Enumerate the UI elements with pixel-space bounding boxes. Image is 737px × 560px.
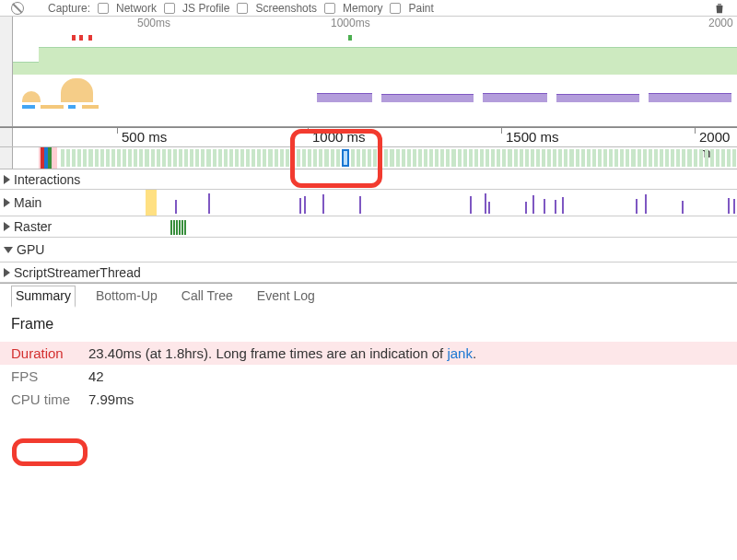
frame-cell[interactable] [458,149,462,167]
flame-chart-ruler[interactable]: 500 ms 1000 ms 1500 ms 2000 m [0,127,737,147]
frame-cell[interactable] [732,149,736,167]
memory-opt[interactable]: Memory [343,2,382,15]
frame-cell[interactable] [694,149,697,167]
frame-cell[interactable] [157,149,160,167]
frame-cell[interactable] [705,149,708,167]
memory-checkbox[interactable] [324,3,335,14]
frame-cell[interactable] [117,149,121,167]
jank-link[interactable]: jank [447,345,473,361]
frame-cell[interactable] [66,149,70,167]
network-opt[interactable]: Network [116,2,157,15]
frame-cell[interactable] [727,149,731,167]
frame-cell[interactable] [268,149,272,167]
frame-cell[interactable] [357,149,360,167]
frame-cell[interactable] [224,149,228,167]
frame-cell[interactable] [592,149,596,167]
frames-track[interactable] [0,147,737,169]
interactions-track[interactable]: Interactions [0,169,737,190]
frame-cell[interactable] [547,149,551,167]
frame-cell[interactable] [291,149,295,167]
gpu-track[interactable]: GPU [0,238,737,262]
frame-cell[interactable] [542,149,545,167]
expand-icon[interactable] [4,175,10,184]
clear-icon[interactable] [11,2,24,15]
paint-opt[interactable]: Paint [408,2,433,15]
frame-cell[interactable] [235,149,239,167]
frame-cell[interactable] [508,149,511,167]
frame-cell[interactable] [302,149,306,167]
frame-cell[interactable] [201,149,205,167]
frame-cell[interactable] [440,149,444,167]
frame-cell[interactable] [351,149,355,167]
frame-cell[interactable] [631,149,635,167]
frame-cell[interactable] [128,149,132,167]
frame-cell[interactable] [162,149,166,167]
frame-cell[interactable] [72,149,76,167]
frame-cell[interactable] [671,149,674,167]
frame-cell[interactable] [474,149,478,167]
frame-cell[interactable] [614,149,618,167]
frame-cell[interactable] [179,149,182,167]
frame-cell[interactable] [525,149,529,167]
frame-cell[interactable] [569,149,573,167]
frame-cell[interactable] [413,149,416,167]
frame-cell[interactable] [168,149,171,167]
frame-cell[interactable] [190,149,193,167]
frame-cell[interactable] [587,149,591,167]
frame-cell[interactable] [603,149,607,167]
frame-cell[interactable] [123,149,126,167]
frame-cell[interactable] [463,149,467,167]
expand-icon[interactable] [4,222,10,231]
frame-cell[interactable] [213,149,216,167]
frame-cell[interactable] [435,149,439,167]
paint-checkbox[interactable] [390,3,401,14]
frame-cell[interactable] [424,149,427,167]
frame-cell[interactable] [716,149,719,167]
jsprofile-checkbox[interactable] [164,3,175,14]
frame-cell[interactable] [676,149,680,167]
frame-cell[interactable] [88,149,92,167]
frame-cell[interactable] [61,149,64,167]
frame-cell[interactable] [536,149,540,167]
frame-cell[interactable] [297,149,300,167]
frame-cell[interactable] [184,149,188,167]
frame-cell[interactable] [286,149,289,167]
frame-cell[interactable] [429,149,433,167]
collapse-icon[interactable] [4,247,13,253]
frame-cell[interactable] [407,149,411,167]
frame-cell[interactable] [257,149,261,167]
frame-cell[interactable] [173,149,177,167]
frame-cell[interactable] [313,149,317,167]
frame-cell[interactable] [485,149,489,167]
frame-cell[interactable] [384,149,388,167]
frame-cell[interactable] [206,149,210,167]
main-track[interactable]: Main [0,190,737,216]
frame-cell[interactable] [396,149,400,167]
tab-call-tree[interactable]: Call Tree [178,285,237,307]
frame-cell[interactable] [446,149,450,167]
frame-cell[interactable] [362,149,366,167]
frame-cell[interactable] [514,149,518,167]
frame-cell[interactable] [553,149,556,167]
frame-cell[interactable] [520,149,523,167]
frame-cell[interactable] [263,149,266,167]
expand-icon[interactable] [4,268,10,277]
frame-cell[interactable] [480,149,484,167]
frame-cell[interactable] [336,149,340,167]
network-checkbox[interactable] [98,3,109,14]
frame-cell[interactable] [145,149,148,167]
frame-cell[interactable] [100,149,104,167]
frame-cell[interactable] [502,149,506,167]
frame-cell[interactable] [373,149,377,167]
frame-cell[interactable] [682,149,685,167]
frame-cell[interactable] [665,149,669,167]
frame-cell[interactable] [638,149,641,167]
frame-cell[interactable] [151,149,155,167]
frame-cell[interactable] [620,149,624,167]
frame-cell[interactable] [280,149,284,167]
frame-cell[interactable] [497,149,500,167]
frame-cell[interactable] [134,149,137,167]
expand-icon[interactable] [4,198,10,207]
frame-cell[interactable] [229,149,233,167]
scriptstreamer-track[interactable]: ScriptStreamerThread [0,262,737,283]
